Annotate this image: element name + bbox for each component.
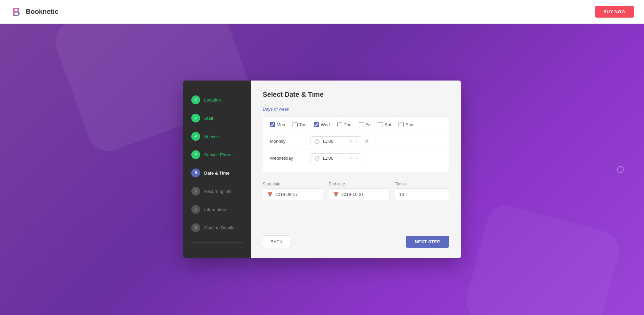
day-checkbox-sun[interactable]: Sun. [399,122,414,127]
time-value-monday: 11:00 [322,139,347,144]
day-checkbox-wed[interactable]: Wed. [314,122,331,127]
day-name-wednesday: Wednesday [270,156,310,161]
time-row-monday: Monday 🕐 11:00 ✕ ▾ ⧉ [270,133,442,150]
sidebar-item-staff[interactable]: ✓ Staff [183,109,251,127]
day-label-sun: Sun. [405,122,414,127]
days-container: Mon. Tue. Wed. Thu. [263,116,449,172]
checkbox-fri[interactable] [359,122,364,127]
day-checkbox-sat[interactable]: Sat. [378,122,392,127]
sidebar-item-confirm-details[interactable]: 8 Confirm Details [183,219,251,237]
step-indicator-staff: ✓ [191,114,200,122]
start-date-value: 2019-09-17 [275,192,298,197]
calendar-icon-start: 📅 [267,192,273,197]
page-title: Select Date & Time [263,91,449,98]
time-input-monday[interactable]: 🕐 11:00 ✕ ▾ [310,136,361,146]
checkbox-wed[interactable] [314,122,319,127]
day-label-wed: Wed. [321,122,331,127]
sidebar-item-recurring-info[interactable]: 6 Recurring info [183,182,251,200]
sidebar-label-information: Information [204,207,226,212]
end-date-value: 2019-10-31 [341,192,364,197]
sidebar-item-service[interactable]: ✓ Service [183,127,251,145]
step-indicator-recurring-info: 6 [191,187,200,196]
sidebar-label-confirm-details: Confirm Details [204,225,234,230]
day-checkbox-tue[interactable]: Tue. [293,122,308,127]
day-checkbox-fri[interactable]: Fri. [359,122,372,127]
clear-time-wednesday[interactable]: ✕ [350,156,353,161]
sidebar-label-staff: Staff [204,116,213,121]
booknetic-logo-icon [10,6,22,18]
step-indicator-service-extras: ✓ [191,150,200,159]
logo-text: Booknetic [26,8,59,16]
day-label-sat: Sat. [385,122,392,127]
clock-icon-monday: 🕐 [314,139,320,144]
sidebar-divider [191,242,243,243]
content-area: Select Date & Time Days of week Mon. Tue… [251,81,461,258]
step-indicator-location: ✓ [191,95,200,104]
sidebar-label-recurring-info: Recurring info [204,189,232,194]
start-date-label: Start date [263,182,323,186]
sidebar-label-service: Service [204,134,219,139]
clock-icon-wednesday: 🕐 [314,156,320,161]
day-checkbox-mon[interactable]: Mon. [270,122,286,127]
step-indicator-confirm-details: 8 [191,223,200,232]
step-indicator-information: 7 [191,205,200,214]
times-value: 13 [399,192,404,197]
booking-widget: ✓ Location ✓ Staff ✓ Service ✓ Service E… [183,81,461,258]
sidebar-item-service-extras[interactable]: ✓ Service Extras [183,145,251,164]
step-indicator-date-time: 5 [191,168,200,177]
times-input[interactable]: 13 [395,188,449,200]
checkbox-sun[interactable] [399,122,404,127]
end-date-group: End date 📅 2019-10-31 [329,182,389,200]
sidebar-item-location[interactable]: ✓ Location [183,91,251,109]
checkbox-thu[interactable] [337,122,342,127]
sidebar-label-date-time: Date & Time [204,171,230,176]
sidebar-item-date-time[interactable]: 5 Date & Time [183,164,251,182]
sidebar-label-location: Location [204,97,221,103]
content-footer: BACK NEXT STEP [263,227,449,248]
checkbox-sat[interactable] [378,122,383,127]
buy-now-button[interactable]: BUY NOW [595,6,634,18]
sidebar: ✓ Location ✓ Staff ✓ Service ✓ Service E… [183,81,251,258]
time-value-wednesday: 11:00 [322,156,347,161]
arrow-down-icon-wednesday[interactable]: ▾ [356,156,358,160]
day-name-monday: Monday [270,139,310,144]
start-date-input[interactable]: 📅 2019-09-17 [263,188,323,200]
step-indicator-service: ✓ [191,132,200,141]
times-group: Times 13 [395,182,449,200]
clear-time-monday[interactable]: ✕ [350,139,353,144]
calendar-icon-end: 📅 [333,192,339,197]
days-row: Mon. Tue. Wed. Thu. [270,122,442,127]
sidebar-label-service-extras: Service Extras [204,152,233,157]
times-label: Times [395,182,449,186]
day-label-fri: Fri. [366,122,372,127]
day-checkbox-thu[interactable]: Thu. [337,122,353,127]
checkbox-tue[interactable] [293,122,298,127]
end-date-input[interactable]: 📅 2019-10-31 [329,188,389,200]
end-date-label: End date [329,182,389,186]
sidebar-item-information[interactable]: 7 Information [183,200,251,219]
day-label-thu: Thu. [344,122,353,127]
next-step-button[interactable]: NEXT STEP [406,236,449,248]
checkbox-mon[interactable] [270,122,275,127]
circle-decoration [617,166,624,173]
time-input-wednesday[interactable]: 🕐 11:00 ✕ ▾ [310,153,361,163]
back-button[interactable]: BACK [263,235,290,248]
main-background: ✓ Location ✓ Staff ✓ Service ✓ Service E… [0,24,644,315]
time-row-wednesday: Wednesday 🕐 11:00 ✕ ▾ [270,150,442,166]
day-label-mon: Mon. [277,122,286,127]
copy-icon-monday[interactable]: ⧉ [365,138,368,144]
days-of-week-label: Days of week [263,107,449,112]
header: Booknetic BUY NOW [0,0,644,24]
start-date-group: Start date 📅 2019-09-17 [263,182,323,200]
date-fields-row: Start date 📅 2019-09-17 End date 📅 2019-… [263,182,449,200]
arrow-down-icon-monday[interactable]: ▾ [356,139,358,143]
logo-area: Booknetic [10,6,59,18]
day-label-tue: Tue. [299,122,308,127]
